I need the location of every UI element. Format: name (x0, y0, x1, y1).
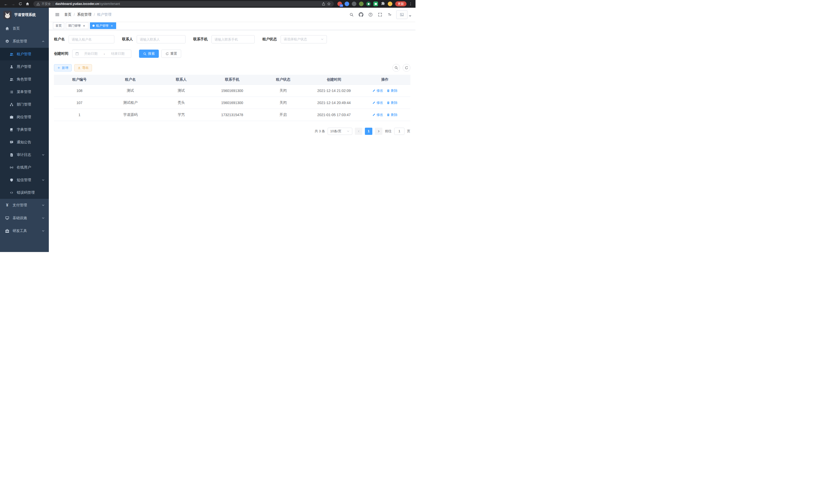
tab-dept-management[interactable]: 部门管理 × (66, 22, 88, 29)
reset-button[interactable]: 重置 (161, 50, 181, 58)
navbar-actions (349, 10, 411, 19)
top-navbar: 首页 / 系统管理 / 租户管理 (49, 8, 416, 22)
close-icon[interactable]: × (82, 24, 86, 28)
breadcrumb-separator: / (74, 12, 75, 17)
col-phone: 联系手机 (207, 75, 257, 85)
cell-created: 2021-12-14 21:02:09 (309, 85, 360, 97)
delete-link[interactable]: 删除 (387, 100, 398, 105)
sidebar-item-notice[interactable]: 通知公告 (0, 136, 49, 148)
delete-link[interactable]: 删除 (387, 88, 398, 93)
sidebar-item-dept[interactable]: 部门管理 (0, 98, 49, 111)
create-time-range-picker[interactable]: 开始日期 - 结束日期 (72, 50, 131, 58)
browser-forward-button[interactable]: → (10, 1, 17, 7)
tab-home[interactable]: 首页 (53, 22, 64, 29)
filter-phone: 联系手机 (193, 35, 255, 43)
browser-menu-button[interactable]: ⋮ (408, 2, 413, 6)
refresh-table-button[interactable] (403, 64, 410, 72)
sidebar-item-post[interactable]: 岗位管理 (0, 111, 49, 123)
pagination: 共 3 条 10条/页 1 前往 页 (54, 128, 410, 135)
cell-tenant-name: 芋道源码 (105, 109, 156, 121)
omnibox-divider: | (53, 2, 53, 6)
goto-page-input[interactable] (394, 128, 404, 135)
filter-form-row-1: 租户名 联系人 联系手机 租户状态 请选择租户状态 (54, 35, 410, 43)
home-icon (5, 26, 9, 31)
sidebar-item-error-code[interactable]: 错误码管理 (0, 186, 49, 199)
browser-profile-avatar[interactable] (388, 2, 392, 6)
tab-tenant-management[interactable]: 租户管理 × (90, 22, 116, 29)
contact-input[interactable] (140, 37, 182, 41)
sidebar-item-sms[interactable]: 短信管理 (0, 174, 49, 186)
sidebar-item-audit-log[interactable]: 审计日志 (0, 148, 49, 161)
sidebar-item-online-users[interactable]: 在线用户 (0, 161, 49, 174)
browser-reload-button[interactable] (17, 1, 24, 7)
edit-link[interactable]: 修改 (372, 113, 383, 117)
cell-actions: 修改删除 (360, 97, 410, 109)
filter-contact: 联系人 (122, 35, 185, 43)
sidebar-item-dict[interactable]: 字典管理 (0, 123, 49, 136)
browser-extension-icon[interactable] (345, 2, 349, 6)
breadcrumb-home[interactable]: 首页 (64, 12, 71, 17)
search-button[interactable]: 搜索 (139, 50, 159, 58)
sidebar-item-role[interactable]: 角色管理 (0, 73, 49, 86)
sidebar-item-tenant[interactable]: 租户管理 (0, 48, 49, 60)
sidebar-item-payment[interactable]: ¥ 支付管理 (0, 199, 49, 212)
page-number-button[interactable]: 1 (365, 128, 372, 135)
browser-home-button[interactable] (24, 1, 31, 7)
browser-extension-icon[interactable] (359, 2, 364, 6)
cell-status: 关闭 (258, 85, 309, 97)
address-bar[interactable]: 不安全 | dashboard.yudao.iocoder.cn/system/… (33, 1, 334, 7)
chevron-down-icon (41, 204, 45, 207)
cell-phone: 17321315478 (207, 109, 257, 121)
browser-extension-icon[interactable] (366, 2, 371, 6)
chat-bubble-glyph (375, 3, 377, 5)
filter-create-time: 创建时间 开始日期 - 结束日期 (54, 50, 131, 58)
tenant-name-input[interactable] (72, 37, 111, 41)
page-unit-label: 页 (407, 129, 410, 134)
github-link[interactable] (358, 12, 364, 18)
sidebar-collapse-button[interactable] (53, 10, 62, 19)
add-button[interactable]: 新增 (54, 64, 72, 71)
next-page-button[interactable] (375, 128, 382, 135)
edit-link[interactable]: 修改 (372, 100, 383, 105)
sidebar-item-dev-tools[interactable]: 研发工具 (0, 225, 49, 237)
browser-chrome: ← → 不安全 | dashboard.yudao.iocoder.cn/sys… (0, 0, 416, 8)
toggle-search-button[interactable] (392, 64, 400, 72)
caret-down-icon (409, 16, 411, 18)
extensions-menu-button[interactable] (381, 2, 385, 6)
phone-input[interactable] (214, 37, 252, 41)
prev-page-button[interactable] (355, 128, 362, 135)
export-button[interactable]: 导出 (74, 64, 92, 71)
sidebar-item-home[interactable]: 首页 (0, 22, 49, 35)
header-search-button[interactable] (349, 12, 354, 18)
browser-extension-icon[interactable]: 10 (337, 2, 342, 6)
logo[interactable]: 芋道管理系统 (0, 8, 49, 22)
help-button[interactable] (368, 12, 373, 18)
fullscreen-button[interactable] (377, 12, 383, 18)
browser-extension-icon[interactable] (373, 2, 378, 6)
sidebar-item-system[interactable]: 系统管理 (0, 35, 49, 48)
browser-update-button[interactable]: 更新 (395, 1, 406, 6)
delete-link[interactable]: 删除 (387, 113, 398, 117)
page-size-select[interactable]: 10条/页 (327, 128, 352, 135)
breadcrumb-system[interactable]: 系统管理 (77, 12, 91, 17)
bookmark-star-button[interactable] (327, 2, 331, 6)
sidebar-item-user[interactable]: 用户管理 (0, 60, 49, 73)
share-button[interactable] (322, 2, 325, 6)
user-avatar-dropdown[interactable] (396, 10, 411, 19)
sidebar-item-infrastructure[interactable]: 基础设施 (0, 212, 49, 225)
edit-link[interactable]: 修改 (372, 88, 383, 93)
font-size-button[interactable] (387, 12, 392, 18)
url-text: dashboard.yudao.iocoder.cn/system/tenant (55, 2, 120, 6)
extension-badge: 10 (340, 4, 343, 7)
browser-extension-icon[interactable] (352, 2, 356, 6)
chevron-down-icon (41, 229, 45, 233)
broken-image-icon (400, 12, 404, 17)
col-tenant-id: 租户编号 (54, 75, 105, 85)
tenant-status-select[interactable]: 请选择租户状态 (281, 35, 327, 43)
sidebar-item-menu[interactable]: 菜单管理 (0, 86, 49, 98)
breadcrumb-current: 租户管理 (97, 12, 112, 17)
security-label: 不安全 (41, 2, 51, 6)
close-icon[interactable]: × (110, 24, 114, 28)
app-title: 芋道管理系统 (14, 12, 36, 17)
browser-back-button[interactable]: ← (3, 1, 9, 7)
